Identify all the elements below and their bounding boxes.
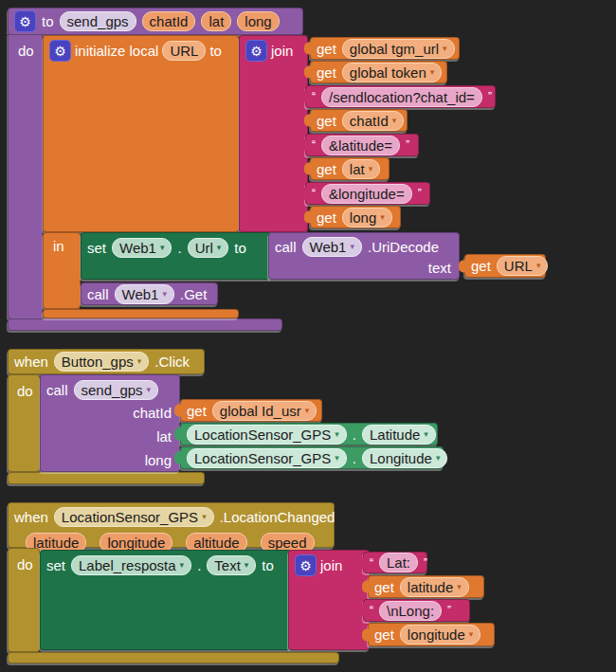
get-block[interactable]: get chatId▾ [310,109,408,132]
init-local-block[interactable]: ⚙ initialize local URL to [43,35,239,232]
gear-icon[interactable]: ⚙ [49,40,71,62]
get-block[interactable]: get longitude▾ [368,623,495,646]
gear-icon[interactable]: ⚙ [14,10,36,32]
dropdown-icon: ▾ [369,165,373,173]
variable-dropdown[interactable]: longitude▾ [400,625,480,645]
gear-glyph: ⚙ [250,44,263,59]
component-getter-block[interactable]: LocationSensor_GPS▾ . Latitude▾ [180,423,438,445]
text-value: Lat: [387,554,410,572]
get-block[interactable]: get global Id_usr▾ [180,399,322,422]
arg-label-lat: lat [156,428,172,445]
event-locationchanged-bottom[interactable] [8,652,339,663]
dropdown-icon: ▾ [202,513,207,521]
text-block[interactable]: “ &latitude= ” [305,134,419,156]
gear-icon[interactable]: ⚙ [245,40,267,62]
component-name: LocationSensor_GPS [194,449,331,467]
call-send-gps-block[interactable]: call send_gps▾ chatId lat long [40,374,180,472]
join-block[interactable]: ⚙ join [239,35,308,232]
variable-dropdown[interactable]: chatId▾ [342,111,404,131]
text-field[interactable]: Lat: [379,553,418,572]
component-dropdown[interactable]: Web1▾ [115,284,174,304]
property-dropdown[interactable]: Latitude▾ [362,425,436,445]
variable-name: long [350,209,376,227]
variable-name: lat [350,160,365,178]
variable-dropdown[interactable]: lat▾ [342,159,380,179]
set-label-text-block[interactable]: set Label_resposta▾ . Text▾ to [40,550,292,650]
component-dropdown[interactable]: Button_gps▾ [54,352,149,372]
get-block[interactable]: get URL▾ [464,254,546,278]
variable-dropdown[interactable]: global tgm_url▾ [342,39,455,59]
local-var-name: URL [170,42,198,60]
event-label: .LocationChanged [220,509,335,525]
when-label: when [14,354,48,370]
quote-icon: “ [370,604,373,617]
component-dropdown[interactable]: Label_resposta▾ [71,555,191,575]
text-field[interactable]: &longitude= [321,184,412,204]
set-web1-url-block[interactable]: set Web1▾ . Url▾ to [81,232,272,280]
get-block[interactable]: get global token▾ [310,61,447,83]
text-block[interactable]: “ \nLong: ” [363,599,470,622]
quote-icon: ” [418,187,422,200]
property-name: Url [195,239,213,257]
variable-dropdown[interactable]: global token▾ [342,63,442,82]
event-buttonclick-header[interactable]: when Button_gps▾ .Click [8,349,205,374]
component-dropdown[interactable]: LocationSensor_GPS▾ [54,507,214,527]
component-dropdown[interactable]: LocationSensor_GPS▾ [187,448,347,468]
dropdown-icon: ▾ [180,561,185,570]
component-dropdown[interactable]: Web1▾ [302,237,362,257]
get-label: get [317,113,336,129]
dropdown-icon: ▾ [335,454,339,463]
gear-icon[interactable]: ⚙ [295,554,317,576]
variable-name: URL [504,257,533,275]
param-pill-chatid[interactable]: chatId [142,11,196,31]
property-dropdown[interactable]: Url▾ [188,238,229,258]
variable-dropdown[interactable]: latitude▾ [400,577,469,597]
text-field[interactable]: \nLong: [379,601,442,621]
init-local-bottom[interactable] [43,309,239,318]
event-locationchanged-header[interactable]: when LocationSensor_GPS▾ .LocationChange… [8,502,335,548]
do-label: do [17,556,33,572]
call-uridecode-block[interactable]: call Web1▾ .UriDecode text [268,232,460,280]
component-dropdown[interactable]: Web1▾ [112,238,172,258]
variable-dropdown[interactable]: URL▾ [497,256,549,276]
event-locationchanged-left-wall[interactable]: do [8,548,40,652]
variable-dropdown[interactable]: global Id_usr▾ [212,401,317,421]
component-getter-block[interactable]: LocationSensor_GPS▾ . Longitude▾ [180,446,444,469]
get-block[interactable]: get global tgm_url▾ [310,37,460,60]
event-label: .Click [154,354,190,370]
quote-icon: “ [312,138,316,152]
do-label: do [18,43,34,59]
procedure-name-field[interactable]: send_gps [60,11,136,31]
property-dropdown[interactable]: Text▾ [207,555,256,575]
get-block[interactable]: get latitude▾ [368,575,484,598]
get-label: get [471,258,491,274]
dropdown-icon: ▾ [305,407,310,415]
variable-dropdown[interactable]: long▾ [342,208,392,227]
property-dropdown[interactable]: Longitude▾ [362,448,447,468]
event-buttonclick-bottom[interactable] [8,472,205,484]
component-dropdown[interactable]: LocationSensor_GPS▾ [187,425,347,445]
procedure-dropdown[interactable]: send_gps▾ [74,380,159,400]
to-label: to [234,240,246,256]
method-label: .UriDecode [368,239,439,255]
text-block[interactable]: “ Lat: ” [363,552,427,573]
local-var-field[interactable]: URL [162,41,206,61]
procedure-def-header[interactable]: ⚙ to send_gps chatId lat long [8,8,303,35]
property-name: Text [214,556,241,574]
param-pill-lat[interactable]: lat [201,11,231,31]
text-block[interactable]: “ /sendlocation?chat_id= ” [305,85,496,108]
get-block[interactable]: get long▾ [310,206,401,228]
init-local-left-wall[interactable]: in [43,232,81,309]
text-block[interactable]: “ &longitude= ” [305,182,430,205]
param-pill-long[interactable]: long [237,11,279,31]
event-buttonclick-left-wall[interactable]: do [8,374,40,472]
to-label: to [42,13,54,29]
quote-icon: ” [424,556,427,570]
dropdown-icon: ▾ [245,561,249,570]
call-web1-get-block[interactable]: call Web1▾ .Get [81,282,218,305]
text-field[interactable]: /sendlocation?chat_id= [321,87,482,107]
procedure-def-left-wall[interactable]: do [8,34,43,319]
procedure-def-bottom[interactable] [8,318,282,331]
text-field[interactable]: &latitude= [321,136,400,155]
get-block[interactable]: get lat▾ [310,157,390,180]
